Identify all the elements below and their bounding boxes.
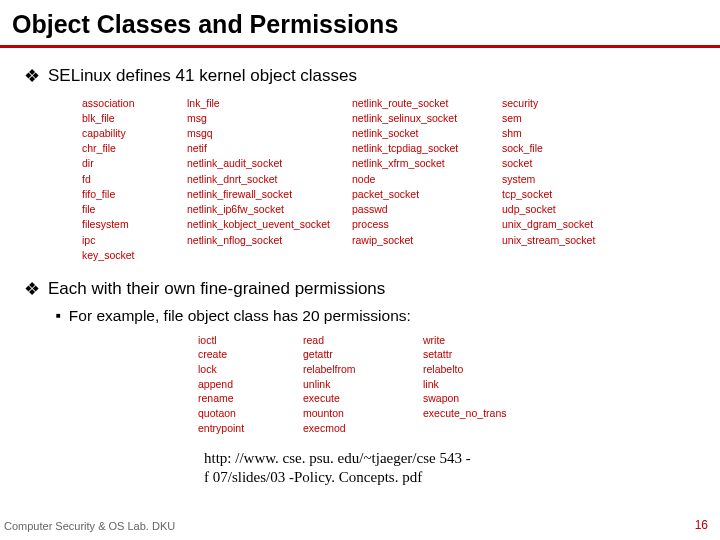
bullet-1-text: SELinux defines 41 kernel object classes <box>48 66 357 86</box>
list-item: execute_no_trans <box>423 406 533 421</box>
list-item: append <box>198 377 303 392</box>
classes-col-2: lnk_filemsgmsgqnetifnetlink_audit_socket… <box>187 96 352 263</box>
bullet-2-text: Each with their own fine-grained permiss… <box>48 279 385 299</box>
bullet-2: ❖ Each with their own fine-grained permi… <box>24 279 696 301</box>
list-item: rename <box>198 391 303 406</box>
list-item: node <box>352 172 502 187</box>
list-item: unlink <box>303 377 423 392</box>
list-item: netlink_socket <box>352 126 502 141</box>
classes-col-1: associationblk_filecapabilitychr_filedir… <box>82 96 187 263</box>
diamond-bullet-icon: ❖ <box>24 279 40 301</box>
list-item: relabelto <box>423 362 533 377</box>
object-classes-grid: associationblk_filecapabilitychr_filedir… <box>82 96 696 263</box>
list-item: relabelfrom <box>303 362 423 377</box>
list-item: unix_dgram_socket <box>502 217 632 232</box>
list-item: ioctl <box>198 333 303 348</box>
list-item: rawip_socket <box>352 233 502 248</box>
list-item: netlink_selinux_socket <box>352 111 502 126</box>
list-item: process <box>352 217 502 232</box>
list-item: shm <box>502 126 632 141</box>
list-item: udp_socket <box>502 202 632 217</box>
classes-col-3: netlink_route_socketnetlink_selinux_sock… <box>352 96 502 263</box>
list-item: ipc <box>82 233 187 248</box>
list-item: execute <box>303 391 423 406</box>
list-item: write <box>423 333 533 348</box>
list-item: msg <box>187 111 352 126</box>
perms-col-2: readgetattrrelabelfromunlinkexecutemount… <box>303 333 423 436</box>
list-item: swapon <box>423 391 533 406</box>
footer-text: Computer Security & OS Lab. DKU <box>4 520 175 532</box>
list-item: netlink_dnrt_socket <box>187 172 352 187</box>
list-item: key_socket <box>82 248 187 263</box>
permissions-grid: ioctlcreatelockappendrenamequotaonentryp… <box>198 333 696 436</box>
list-item: filesystem <box>82 217 187 232</box>
list-item: netlink_ip6fw_socket <box>187 202 352 217</box>
list-item: chr_file <box>82 141 187 156</box>
list-item: fifo_file <box>82 187 187 202</box>
bullet-1: ❖ SELinux defines 41 kernel object class… <box>24 66 696 88</box>
diamond-bullet-icon: ❖ <box>24 66 40 88</box>
source-url: http: //www. cse. psu. edu/~tjaeger/cse … <box>204 449 696 487</box>
slide-content: ❖ SELinux defines 41 kernel object class… <box>0 48 720 487</box>
list-item: blk_file <box>82 111 187 126</box>
list-item: msgq <box>187 126 352 141</box>
list-item: netlink_firewall_socket <box>187 187 352 202</box>
perms-col-3: writesetattrrelabeltolinkswaponexecute_n… <box>423 333 533 436</box>
list-item: quotaon <box>198 406 303 421</box>
square-bullet-icon: ■ <box>56 307 61 325</box>
list-item: tcp_socket <box>502 187 632 202</box>
list-item: netlink_xfrm_socket <box>352 156 502 171</box>
list-item: packet_socket <box>352 187 502 202</box>
list-item: read <box>303 333 423 348</box>
list-item: netif <box>187 141 352 156</box>
list-item: netlink_kobject_uevent_socket <box>187 217 352 232</box>
list-item: setattr <box>423 347 533 362</box>
perms-col-1: ioctlcreatelockappendrenamequotaonentryp… <box>198 333 303 436</box>
list-item: entrypoint <box>198 421 303 436</box>
list-item: netlink_tcpdiag_socket <box>352 141 502 156</box>
list-item: link <box>423 377 533 392</box>
list-item: capability <box>82 126 187 141</box>
list-item: passwd <box>352 202 502 217</box>
list-item: sock_file <box>502 141 632 156</box>
list-item: execmod <box>303 421 423 436</box>
list-item: association <box>82 96 187 111</box>
list-item: fd <box>82 172 187 187</box>
bullet-2a: ■ For example, file object class has 20 … <box>56 307 696 325</box>
classes-col-4: securitysemshmsock_filesocketsystemtcp_s… <box>502 96 632 263</box>
page-number: 16 <box>695 518 708 532</box>
list-item: dir <box>82 156 187 171</box>
list-item: unix_stream_socket <box>502 233 632 248</box>
list-item: create <box>198 347 303 362</box>
list-item: netlink_audit_socket <box>187 156 352 171</box>
list-item: netlink_nflog_socket <box>187 233 352 248</box>
list-item: getattr <box>303 347 423 362</box>
list-item: lock <box>198 362 303 377</box>
slide-title: Object Classes and Permissions <box>0 0 720 48</box>
list-item: file <box>82 202 187 217</box>
list-item: sem <box>502 111 632 126</box>
url-line-1: http: //www. cse. psu. edu/~tjaeger/cse … <box>204 449 696 468</box>
list-item: netlink_route_socket <box>352 96 502 111</box>
bullet-2a-text: For example, file object class has 20 pe… <box>69 307 411 325</box>
list-item: security <box>502 96 632 111</box>
url-line-2: f 07/slides/03 -Policy. Concepts. pdf <box>204 468 696 487</box>
list-item: mounton <box>303 406 423 421</box>
list-item: lnk_file <box>187 96 352 111</box>
list-item: system <box>502 172 632 187</box>
list-item: socket <box>502 156 632 171</box>
